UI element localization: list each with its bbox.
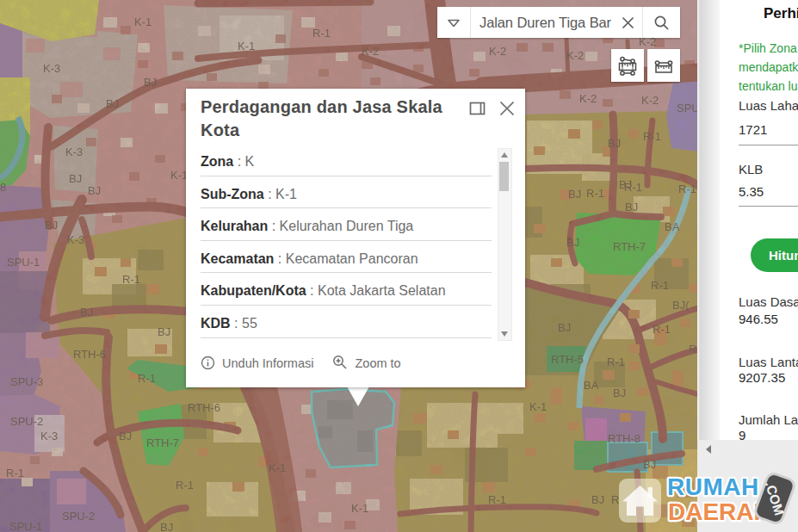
svg-text:RUMAH: RUMAH [667,473,759,500]
